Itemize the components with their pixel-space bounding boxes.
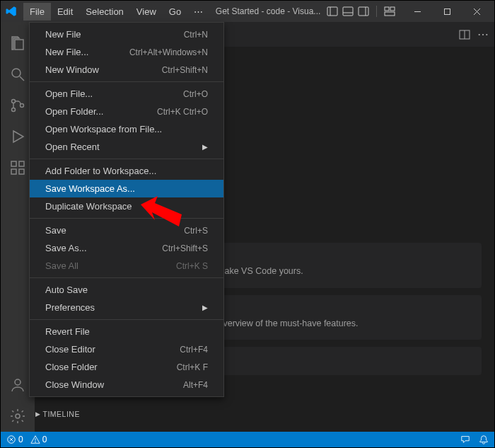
file-menu-item[interactable]: Save Workspace As... <box>30 180 223 197</box>
status-errors[interactable]: 0 <box>6 435 23 444</box>
svg-rect-6 <box>385 7 389 11</box>
menu-separator <box>30 277 223 278</box>
menubar: File Edit Selection View Go ⋯ <box>23 3 209 21</box>
warning-triangle-icon <box>30 435 40 444</box>
file-menu-item[interactable]: Close EditorCtrl+F4 <box>30 340 223 358</box>
menu-item-shortcut: Ctrl+Alt+Windows+N <box>129 47 208 57</box>
file-menu-item[interactable]: Auto Save <box>30 281 223 299</box>
svg-point-15 <box>12 100 16 103</box>
svg-rect-8 <box>385 12 395 16</box>
file-menu-item[interactable]: Revert File <box>30 323 223 340</box>
file-menu-dropdown: New FileCtrl+NNew File...Ctrl+Alt+Window… <box>29 22 224 397</box>
menu-item-label: Revert File <box>45 326 90 337</box>
svg-rect-10 <box>444 8 450 14</box>
file-menu-item[interactable]: New File...Ctrl+Alt+Windows+N <box>30 43 223 61</box>
svg-marker-18 <box>13 131 23 142</box>
menu-item-label: Save Workspace As... <box>45 183 135 194</box>
menu-file[interactable]: File <box>23 3 51 21</box>
file-menu-item[interactable]: Add Folder to Workspace... <box>30 162 223 180</box>
menu-item-shortcut: Ctrl+Shift+S <box>162 243 208 253</box>
menu-separator <box>30 159 223 159</box>
menu-item-label: Close Window <box>45 379 104 390</box>
svg-point-13 <box>12 69 21 77</box>
menu-item-shortcut: Ctrl+S <box>184 226 208 236</box>
chevron-right-icon: ▶ <box>202 304 208 311</box>
svg-line-14 <box>20 76 24 81</box>
svg-point-31 <box>35 442 35 442</box>
split-editor-icon[interactable] <box>459 29 470 40</box>
settings-gear-icon[interactable] <box>1 401 35 432</box>
menu-item-shortcut: Ctrl+K F <box>177 362 208 372</box>
menu-item-label: Open Workspace from File... <box>45 124 162 134</box>
feedback-icon[interactable] <box>460 435 470 444</box>
status-warnings[interactable]: 0 <box>30 435 47 444</box>
svg-point-16 <box>12 108 16 112</box>
file-menu-item[interactable]: New FileCtrl+N <box>30 25 223 43</box>
menu-selection[interactable]: Selection <box>79 3 129 21</box>
file-menu-item[interactable]: Preferences▶ <box>30 299 223 316</box>
menu-item-shortcut: Ctrl+O <box>183 89 208 99</box>
panel-left-icon[interactable] <box>327 6 338 17</box>
panel-right-icon[interactable] <box>358 6 369 17</box>
menu-item-label: Save <box>45 225 66 236</box>
layout-controls <box>327 6 395 17</box>
menu-item-shortcut: Ctrl+N <box>184 30 208 40</box>
bell-icon[interactable] <box>479 435 489 444</box>
menu-item-label: Save As... <box>45 243 87 253</box>
svg-rect-21 <box>19 169 24 174</box>
svg-rect-2 <box>343 7 353 16</box>
status-bar: 0 0 <box>1 432 494 447</box>
menu-separator <box>30 81 223 82</box>
titlebar: File Edit Selection View Go ⋯ Get Starte… <box>1 1 494 22</box>
file-menu-item[interactable]: Open Workspace from File... <box>30 120 223 138</box>
menu-separator <box>30 218 223 219</box>
window-controls <box>404 1 490 22</box>
menu-item-label: Save All <box>45 260 78 271</box>
file-menu-item[interactable]: New WindowCtrl+Shift+N <box>30 61 223 79</box>
chevron-right-icon: ▶ <box>202 143 208 151</box>
file-menu-item[interactable]: Close FolderCtrl+K F <box>30 358 223 376</box>
svg-rect-4 <box>359 7 368 16</box>
chevron-right-icon: ▶ <box>35 410 41 418</box>
vscode-logo-icon <box>5 5 18 18</box>
file-menu-item[interactable]: Close WindowAlt+F4 <box>30 376 223 394</box>
menu-item-shortcut: Ctrl+K S <box>176 261 208 271</box>
menu-item-shortcut: Ctrl+Shift+N <box>162 65 208 75</box>
menu-edit[interactable]: Edit <box>51 3 79 21</box>
maximize-button[interactable] <box>433 1 460 22</box>
file-menu-item[interactable]: Open Folder...Ctrl+K Ctrl+O <box>30 103 223 120</box>
close-button[interactable] <box>463 1 490 22</box>
minimize-button[interactable] <box>404 1 431 22</box>
file-menu-item[interactable]: SaveCtrl+S <box>30 222 223 239</box>
window-title: Get Started - code - Visua... <box>209 6 327 16</box>
menu-item-label: Preferences <box>45 302 95 313</box>
customize-layout-icon[interactable] <box>384 6 395 17</box>
menu-item-label: Duplicate Workspace <box>45 201 132 212</box>
file-menu-item[interactable]: Open File...Ctrl+O <box>30 85 223 103</box>
file-menu-item: Save AllCtrl+K S <box>30 257 223 275</box>
menu-item-label: Open Recent <box>45 142 100 152</box>
svg-point-17 <box>21 104 24 108</box>
svg-rect-22 <box>19 161 24 166</box>
svg-rect-7 <box>390 7 395 11</box>
menu-item-shortcut: Alt+F4 <box>183 380 208 390</box>
menu-item-label: Close Folder <box>45 362 98 372</box>
file-menu-item[interactable]: Open Recent▶ <box>30 138 223 156</box>
timeline-section-label[interactable]: ▶ TIMELINE <box>35 410 80 418</box>
menu-item-label: Open File... <box>45 88 93 99</box>
tab-more-icon[interactable]: ⋯ <box>477 28 489 41</box>
svg-rect-20 <box>11 169 16 174</box>
menu-go[interactable]: Go <box>163 3 187 21</box>
panel-bottom-icon[interactable] <box>342 6 354 17</box>
menu-more[interactable]: ⋯ <box>187 3 209 21</box>
menu-item-label: Add Folder to Workspace... <box>45 166 156 176</box>
file-menu-item[interactable]: Duplicate Workspace <box>30 197 223 215</box>
menu-item-label: New Window <box>45 64 99 75</box>
menu-item-shortcut: Ctrl+F4 <box>180 345 208 355</box>
menu-item-label: Open Folder... <box>45 106 103 117</box>
menu-item-label: New File <box>45 29 81 40</box>
svg-rect-19 <box>11 161 16 166</box>
svg-rect-0 <box>327 7 337 16</box>
file-menu-item[interactable]: Save As...Ctrl+Shift+S <box>30 239 223 257</box>
menu-view[interactable]: View <box>130 3 163 21</box>
